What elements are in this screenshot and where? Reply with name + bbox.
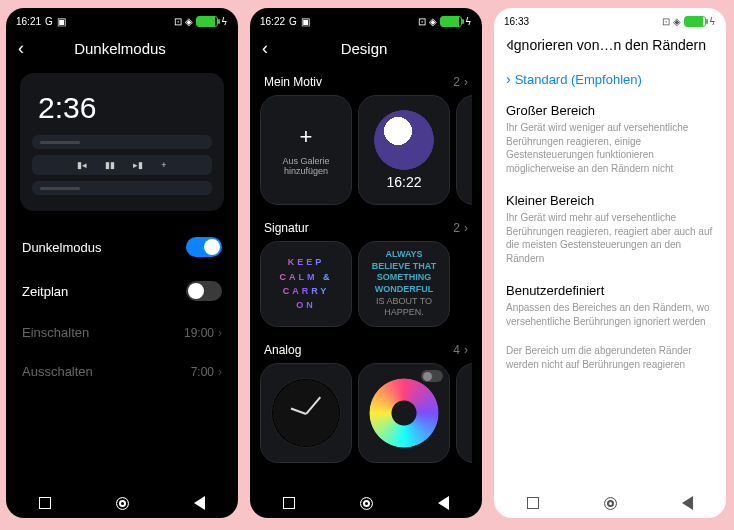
- charge-icon: ϟ: [465, 16, 472, 27]
- clock-dots-icon: [369, 378, 439, 448]
- nav-recent-icon[interactable]: [527, 497, 539, 509]
- tile-add-from-gallery[interactable]: + Aus Galerie hinzufügen: [260, 95, 352, 205]
- nav-back-icon[interactable]: [682, 496, 693, 510]
- status-wifi-icon: ◈: [673, 16, 681, 27]
- schedule-off-row: Ausschalten 7:00›: [16, 352, 228, 391]
- status-camera-icon: ⊡: [418, 16, 426, 27]
- chevron-right-icon: ›: [464, 343, 468, 357]
- nav-back-icon[interactable]: [438, 496, 449, 510]
- tile-analog-dots-2[interactable]: [456, 363, 472, 463]
- nav-home-icon[interactable]: [360, 497, 373, 510]
- charge-icon: ϟ: [221, 16, 228, 27]
- tile-always-believe[interactable]: ALWAYS BELIEVE THAT SOMETHING WONDERFUL …: [358, 241, 450, 327]
- status-g-icon: G: [45, 16, 53, 27]
- footer-note: Der Bereich um die abgerundeten Ränder w…: [504, 338, 716, 377]
- battery-icon: [440, 16, 462, 27]
- status-wifi-icon: ◈: [185, 16, 193, 27]
- analog-tiles: [260, 363, 472, 463]
- section-mein-motiv[interactable]: Mein Motiv 2›: [260, 67, 472, 95]
- plus-icon: +: [161, 160, 166, 170]
- tile-keep-calm[interactable]: KEEP CALM & CARRY ON: [260, 241, 352, 327]
- plus-icon: +: [300, 124, 313, 150]
- tile-astronaut[interactable]: 16:22: [358, 95, 450, 205]
- tile-analog-dots[interactable]: [358, 363, 450, 463]
- schedule-toggle-row[interactable]: Zeitplan: [16, 269, 228, 313]
- chevron-right-icon: ›: [464, 221, 468, 235]
- option-title: Großer Bereich: [506, 103, 714, 118]
- option-desc: Anpassen des Bereiches an den Rändern, w…: [506, 301, 714, 328]
- status-g-icon: G: [289, 16, 297, 27]
- status-bar: 16:33 ⊡ ◈ ϟ: [494, 8, 726, 30]
- option-small[interactable]: Kleiner Bereich Ihr Gerät wird mehr auf …: [504, 185, 716, 275]
- chevron-right-icon: ›: [218, 365, 222, 379]
- schedule-toggle[interactable]: [186, 281, 222, 301]
- keep-calm-text: KEEP CALM & CARRY ON: [271, 255, 341, 313]
- schedule-off-value: 7:00: [191, 365, 214, 379]
- preview-media-controls: ▮◂ ▮▮ ▸▮ +: [32, 155, 212, 175]
- header: ‹ Dunkelmodus: [6, 30, 238, 67]
- phone-darkmode: 16:21 G ▣ ⊡ ◈ ϟ ‹ Dunkelmodus 2:36 ▮◂ ▮▮…: [6, 8, 238, 518]
- section-count: 2: [453, 221, 460, 235]
- nav-bar: [250, 488, 482, 518]
- status-time: 16:21: [16, 16, 41, 27]
- darkmode-toggle-row[interactable]: Dunkelmodus: [16, 225, 228, 269]
- nav-recent-icon[interactable]: [39, 497, 51, 509]
- darkmode-preview: 2:36 ▮◂ ▮▮ ▸▮ +: [20, 73, 224, 211]
- chevron-right-icon: ›: [506, 71, 511, 87]
- option-standard[interactable]: › Standard (Empfohlen): [504, 63, 716, 95]
- header: ‹ Ignorieren von…n den Rändern: [494, 30, 726, 63]
- section-signatur[interactable]: Signatur 2›: [260, 213, 472, 241]
- preview-clock: 2:36: [38, 91, 212, 125]
- schedule-off-label: Ausschalten: [22, 364, 93, 379]
- clock-icon: [271, 378, 341, 448]
- tile-label: Aus Galerie hinzufügen: [265, 156, 347, 176]
- status-camera-icon: ⊡: [174, 16, 182, 27]
- tile-time: 16:22: [386, 174, 421, 190]
- chevron-right-icon: ›: [218, 326, 222, 340]
- option-desc: Ihr Gerät wird weniger auf versehentlich…: [506, 121, 714, 175]
- nav-bar: [6, 488, 238, 518]
- battery-icon: [196, 16, 218, 27]
- motiv-tiles: + Aus Galerie hinzufügen 16:22 16:: [260, 95, 472, 205]
- next-icon: ▸▮: [133, 160, 143, 170]
- page-title: Ignorieren von…n den Rändern: [502, 37, 714, 53]
- darkmode-label: Dunkelmodus: [22, 240, 102, 255]
- status-time: 16:33: [504, 16, 529, 27]
- page-title: Dunkelmodus: [14, 40, 226, 57]
- option-title: Kleiner Bereich: [506, 193, 714, 208]
- option-label: Standard (Empfohlen): [515, 72, 642, 87]
- option-large[interactable]: Großer Bereich Ihr Gerät wird weniger au…: [504, 95, 716, 185]
- section-count: 4: [453, 343, 460, 357]
- schedule-on-label: Einschalten: [22, 325, 89, 340]
- nav-home-icon[interactable]: [604, 497, 617, 510]
- aod-toggle[interactable]: [421, 370, 443, 382]
- pause-icon: ▮▮: [105, 160, 115, 170]
- status-cast-icon: ▣: [301, 16, 310, 27]
- section-label: Mein Motiv: [264, 75, 322, 89]
- prev-icon: ▮◂: [77, 160, 87, 170]
- page-title: Design: [258, 40, 470, 57]
- phone-design: 16:22 G ▣ ⊡ ◈ ϟ ‹ Design Mein Motiv 2› +…: [250, 8, 482, 518]
- nav-home-icon[interactable]: [116, 497, 129, 510]
- header: ‹ Design: [250, 30, 482, 67]
- section-label: Analog: [264, 343, 301, 357]
- darkmode-toggle[interactable]: [186, 237, 222, 257]
- status-time: 16:22: [260, 16, 285, 27]
- status-cast-icon: ▣: [57, 16, 66, 27]
- phone-edge-ignore: 16:33 ⊡ ◈ ϟ ‹ Ignorieren von…n den Rände…: [494, 8, 726, 518]
- battery-icon: [684, 16, 706, 27]
- nav-bar: [494, 488, 726, 518]
- section-analog[interactable]: Analog 4›: [260, 335, 472, 363]
- option-custom[interactable]: Benutzerdefiniert Anpassen des Bereiches…: [504, 275, 716, 338]
- option-desc: Ihr Gerät wird mehr auf versehentliche B…: [506, 211, 714, 265]
- status-bar: 16:21 G ▣ ⊡ ◈ ϟ: [6, 8, 238, 30]
- tile-analog-simple[interactable]: [260, 363, 352, 463]
- schedule-on-row: Einschalten 19:00›: [16, 313, 228, 352]
- tile-planet[interactable]: 16:: [456, 95, 472, 205]
- nav-back-icon[interactable]: [194, 496, 205, 510]
- nav-recent-icon[interactable]: [283, 497, 295, 509]
- schedule-label: Zeitplan: [22, 284, 68, 299]
- signatur-tiles: KEEP CALM & CARRY ON ALWAYS BELIEVE THAT…: [260, 241, 472, 327]
- section-count: 2: [453, 75, 460, 89]
- preview-media-row: [32, 181, 212, 195]
